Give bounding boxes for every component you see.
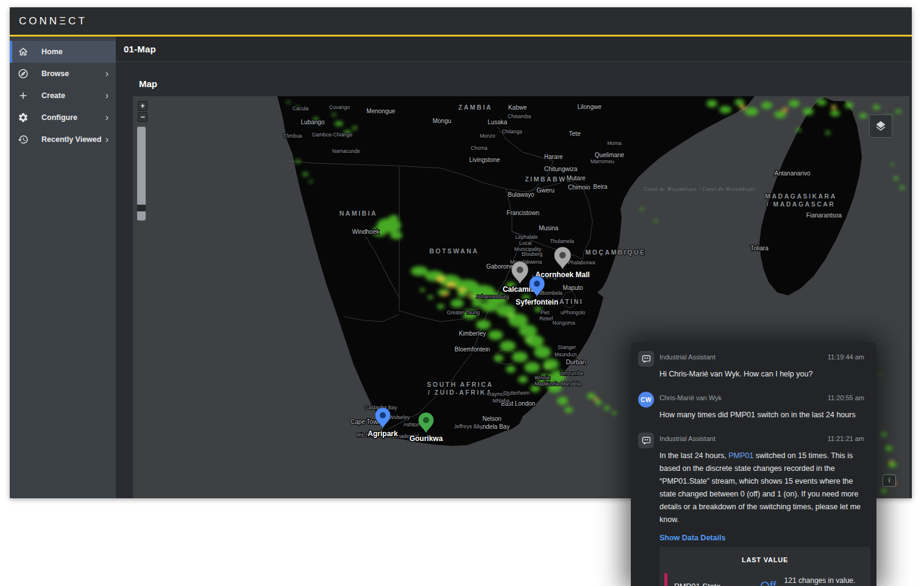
map-label: Gweru [536, 187, 554, 194]
chevron-right-icon: › [105, 69, 108, 79]
stream-last-value: Off [760, 579, 776, 586]
map-label: Chisamba [508, 113, 531, 119]
sidebar-item-label: Browse [41, 69, 69, 78]
chat-message: Industrial Assistant11:21:21 amIn the la… [638, 426, 864, 531]
map-label: Mbombela [538, 290, 563, 296]
assistant-robot-icon [638, 351, 654, 367]
map-label: Kabwe [508, 104, 527, 111]
home-icon [18, 46, 29, 57]
sidebar-item-configure[interactable]: Configure› [10, 107, 116, 129]
gear-icon [18, 112, 29, 123]
map-label: Francistown [506, 210, 539, 216]
map-zoom-slider-handle[interactable] [137, 205, 146, 211]
map-label: Nongoma [553, 320, 575, 326]
map-label: Namacunde [332, 148, 360, 154]
sidebar-item-label: Configure [41, 113, 77, 122]
map-label: Lubango [301, 119, 325, 125]
map-label: Toliara [750, 245, 769, 252]
map-zoom-in-button[interactable]: + [138, 101, 147, 111]
assistant-chat-panel: Industrial Assistant11:19:44 amHi Chris-… [631, 342, 876, 586]
layers-icon [875, 120, 887, 132]
map-label: Msunduzi [555, 351, 577, 358]
map-label: / MADAGASCAR [767, 200, 836, 208]
map-label: BOTSWANA [429, 247, 478, 255]
message-text: How many times did PMP01 switch on in th… [659, 409, 864, 422]
map-marker-label: Syferfontein [516, 298, 558, 306]
message-timestamp: 11:21:21 am [828, 435, 864, 442]
map-label: Bloemfontein [455, 346, 490, 353]
map-label: Quelimane [595, 152, 625, 158]
map-label: Thulamela [550, 238, 574, 244]
map-label: Mutare [566, 175, 586, 182]
map-label: Winnie [535, 375, 550, 381]
map-label: Tômbua [283, 133, 302, 139]
map-label: Madikizela-Mandela [535, 381, 581, 387]
map-label: Phalaborwa [568, 259, 595, 266]
map-label: Lephalale [516, 234, 538, 240]
sidebar: HomeBrowse›Create›Configure›Recently Vie… [10, 37, 116, 498]
last-value-header: LAST VALUE [659, 547, 870, 571]
change-note-line1: 121 changes in value. [784, 576, 864, 586]
sidebar-item-label: Recently Viewed [41, 135, 101, 144]
map-label: Harare [544, 154, 563, 160]
message-timestamp: 11:20:55 am [828, 394, 864, 401]
map-layers-button[interactable] [869, 115, 892, 138]
map-label: Choma [471, 145, 488, 151]
map-label: / ZUID-AFRIKA [428, 389, 492, 396]
map-label: Fianarantsoa [806, 212, 842, 219]
map-label: Beira [593, 183, 608, 190]
map-label: uPhongolo [561, 309, 586, 316]
map-zoom-out-button[interactable]: − [138, 112, 147, 122]
stream-name: PMP01.State [674, 582, 760, 586]
sidebar-item-browse[interactable]: Browse› [10, 63, 116, 85]
map-marker-label: Agripark [368, 429, 398, 438]
message-timestamp: 11:19:44 am [828, 353, 864, 361]
map-label: Antananarivo [775, 170, 811, 177]
map-label: Lilongwe [577, 104, 602, 110]
sidebar-item-home[interactable]: Home [10, 41, 116, 63]
map-label: Kimberley [459, 330, 486, 337]
map-label: Windhoek [352, 228, 380, 235]
user-avatar: CW [638, 392, 654, 408]
page-header: 01-Map [116, 37, 912, 62]
last-value-card: LAST VALUE PMP01.State Off 121 changes i… [659, 547, 870, 586]
map-label: Chilanga [502, 129, 522, 135]
sidebar-item-recently-viewed[interactable]: Recently Viewed› [10, 129, 116, 150]
chat-message: CWChris-Marié van Wyk11:20:55 amHow many… [638, 386, 864, 426]
map-label: Local [519, 240, 531, 246]
map-panel-title: Map [139, 79, 157, 89]
map-label: Jeffreys Bay [454, 423, 483, 429]
map-label: SOUTH AFRICA [427, 381, 494, 388]
asset-link[interactable]: PMP01 [728, 451, 753, 460]
map-label: Johannesburg [476, 294, 509, 300]
show-data-details-link[interactable]: Show Data Details [659, 534, 864, 542]
chat-message-list: Industrial Assistant11:19:44 amHi Chris-… [638, 345, 864, 531]
sidebar-item-create[interactable]: Create› [10, 85, 116, 107]
sidebar-item-label: Home [41, 48, 63, 56]
map-label: Umzumbe [560, 370, 584, 376]
map-zoom-slider[interactable] [137, 127, 146, 221]
map-label: Chitungwiza [544, 166, 578, 172]
map-label: Stanger [558, 344, 576, 350]
map-label: Retief [539, 316, 553, 322]
message-sender: Industrial Assistant [659, 353, 716, 361]
map-marker-label: Acornhoek Mall [535, 270, 589, 279]
connect-logo: CONNΞCT [19, 15, 87, 27]
map-info-button[interactable]: i [883, 475, 896, 487]
message-text: Hi Chris-Marié van Wyk. How can I help y… [659, 368, 864, 381]
map-label: Mhlaba [492, 398, 510, 404]
plus-icon [18, 90, 29, 101]
map-label: Greater Taung [447, 309, 480, 316]
compass-icon [18, 68, 29, 79]
sidebar-item-label: Create [41, 91, 65, 100]
map-label: Nelson [482, 415, 501, 422]
chevron-right-icon: › [105, 113, 108, 122]
map-label: Ashton [403, 422, 420, 428]
map-label: Marromeu [591, 158, 614, 164]
map-label: MADAGASIKARA [765, 192, 837, 200]
map-label: Piet [541, 309, 550, 316]
map-label: Chimoio [568, 184, 591, 191]
chevron-right-icon: › [105, 91, 108, 101]
map-label: Blouberg [522, 251, 542, 257]
map-label: Gambos-Chiange [312, 132, 353, 138]
